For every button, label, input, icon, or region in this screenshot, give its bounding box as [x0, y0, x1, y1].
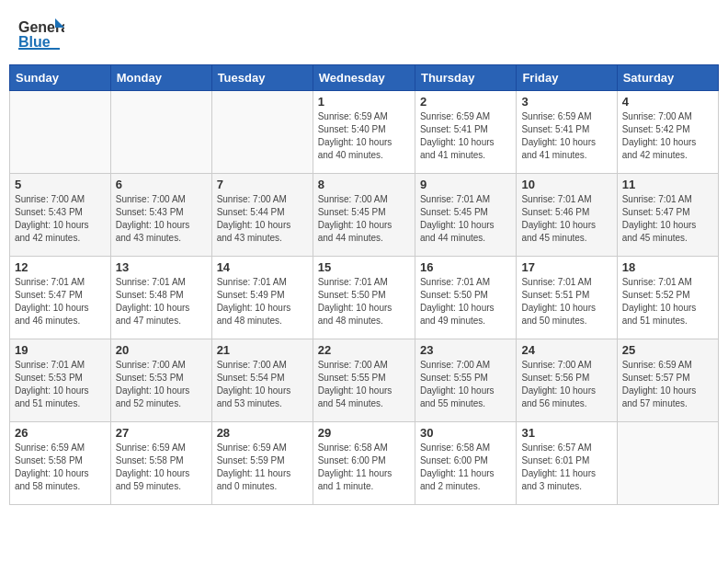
calendar-cell: 20Sunrise: 7:00 AM Sunset: 5:53 PM Dayli… [110, 339, 211, 422]
day-number: 2 [420, 95, 511, 109]
calendar-cell: 19Sunrise: 7:01 AM Sunset: 5:53 PM Dayli… [10, 339, 111, 422]
day-info: Sunrise: 7:01 AM Sunset: 5:46 PM Dayligh… [521, 193, 611, 245]
day-number: 24 [521, 343, 611, 357]
day-info: Sunrise: 6:59 AM Sunset: 5:58 PM Dayligh… [15, 442, 106, 493]
day-number: 5 [15, 178, 106, 191]
calendar-cell: 22Sunrise: 7:00 AM Sunset: 5:55 PM Dayli… [313, 339, 415, 422]
calendar-cell: 23Sunrise: 7:00 AM Sunset: 5:55 PM Dayli… [415, 339, 516, 422]
calendar-cell: 25Sunrise: 6:59 AM Sunset: 5:57 PM Dayli… [617, 339, 718, 422]
day-number: 13 [116, 260, 207, 274]
day-info: Sunrise: 6:59 AM Sunset: 5:57 PM Dayligh… [622, 359, 713, 410]
day-number: 25 [622, 343, 713, 357]
calendar-week-2: 5Sunrise: 7:00 AM Sunset: 5:43 PM Daylig… [10, 174, 719, 257]
column-header-sunday: Sunday [10, 65, 111, 91]
day-info: Sunrise: 7:01 AM Sunset: 5:50 PM Dayligh… [420, 276, 511, 327]
day-info: Sunrise: 6:59 AM Sunset: 5:58 PM Dayligh… [116, 442, 207, 493]
svg-text:Blue: Blue [18, 34, 51, 50]
day-number: 10 [521, 178, 611, 191]
logo: General Blue [18, 14, 64, 51]
day-number: 21 [217, 343, 308, 357]
calendar-cell [10, 91, 111, 174]
day-number: 20 [116, 343, 207, 357]
day-info: Sunrise: 7:01 AM Sunset: 5:51 PM Dayligh… [521, 276, 611, 327]
day-info: Sunrise: 7:01 AM Sunset: 5:50 PM Dayligh… [318, 276, 410, 327]
day-number: 14 [217, 260, 308, 274]
calendar-cell: 2Sunrise: 6:59 AM Sunset: 5:41 PM Daylig… [415, 91, 516, 174]
calendar-cell: 24Sunrise: 7:00 AM Sunset: 5:56 PM Dayli… [517, 339, 617, 422]
calendar-week-5: 26Sunrise: 6:59 AM Sunset: 5:58 PM Dayli… [10, 422, 719, 505]
day-info: Sunrise: 7:00 AM Sunset: 5:54 PM Dayligh… [217, 359, 308, 410]
column-header-thursday: Thursday [415, 65, 516, 91]
day-info: Sunrise: 7:00 AM Sunset: 5:55 PM Dayligh… [420, 359, 511, 410]
calendar-cell [211, 91, 313, 174]
calendar-cell: 27Sunrise: 6:59 AM Sunset: 5:58 PM Dayli… [110, 422, 211, 505]
calendar-week-3: 12Sunrise: 7:01 AM Sunset: 5:47 PM Dayli… [10, 257, 719, 339]
day-number: 26 [15, 426, 106, 440]
calendar-cell: 11Sunrise: 7:01 AM Sunset: 5:47 PM Dayli… [617, 174, 718, 257]
day-info: Sunrise: 7:00 AM Sunset: 5:44 PM Dayligh… [217, 193, 308, 245]
day-number: 30 [420, 426, 511, 440]
day-number: 4 [622, 95, 713, 109]
calendar-cell: 8Sunrise: 7:00 AM Sunset: 5:45 PM Daylig… [313, 174, 415, 257]
calendar-cell: 4Sunrise: 7:00 AM Sunset: 5:42 PM Daylig… [617, 91, 718, 174]
day-info: Sunrise: 6:59 AM Sunset: 5:41 PM Dayligh… [420, 110, 511, 162]
day-info: Sunrise: 7:01 AM Sunset: 5:47 PM Dayligh… [622, 193, 713, 245]
calendar-week-1: 1Sunrise: 6:59 AM Sunset: 5:40 PM Daylig… [10, 91, 719, 174]
day-info: Sunrise: 7:00 AM Sunset: 5:53 PM Dayligh… [116, 359, 207, 410]
logo-icon: General Blue [18, 14, 64, 51]
day-number: 15 [318, 260, 410, 274]
calendar-cell: 12Sunrise: 7:01 AM Sunset: 5:47 PM Dayli… [10, 257, 111, 339]
calendar-cell: 18Sunrise: 7:01 AM Sunset: 5:52 PM Dayli… [617, 257, 718, 339]
day-number: 18 [622, 260, 713, 274]
day-number: 7 [217, 178, 308, 191]
day-info: Sunrise: 7:00 AM Sunset: 5:56 PM Dayligh… [521, 359, 611, 410]
calendar-cell: 29Sunrise: 6:58 AM Sunset: 6:00 PM Dayli… [313, 422, 415, 505]
calendar-cell: 9Sunrise: 7:01 AM Sunset: 5:45 PM Daylig… [415, 174, 516, 257]
day-number: 8 [318, 178, 410, 191]
calendar-cell: 10Sunrise: 7:01 AM Sunset: 5:46 PM Dayli… [517, 174, 617, 257]
day-info: Sunrise: 7:01 AM Sunset: 5:48 PM Dayligh… [116, 276, 207, 327]
column-header-monday: Monday [110, 65, 211, 91]
day-number: 22 [318, 343, 410, 357]
calendar-cell: 7Sunrise: 7:00 AM Sunset: 5:44 PM Daylig… [211, 174, 313, 257]
day-info: Sunrise: 6:59 AM Sunset: 5:41 PM Dayligh… [521, 110, 611, 162]
column-header-friday: Friday [517, 65, 617, 91]
calendar-cell [617, 422, 718, 505]
calendar-cell: 30Sunrise: 6:58 AM Sunset: 6:00 PM Dayli… [415, 422, 516, 505]
day-number: 28 [217, 426, 308, 440]
day-number: 19 [15, 343, 106, 357]
day-info: Sunrise: 7:00 AM Sunset: 5:43 PM Dayligh… [15, 193, 106, 245]
day-info: Sunrise: 6:59 AM Sunset: 5:40 PM Dayligh… [318, 110, 410, 162]
calendar-cell: 16Sunrise: 7:01 AM Sunset: 5:50 PM Dayli… [415, 257, 516, 339]
calendar-cell: 21Sunrise: 7:00 AM Sunset: 5:54 PM Dayli… [211, 339, 313, 422]
calendar-header-row: SundayMondayTuesdayWednesdayThursdayFrid… [10, 65, 719, 91]
calendar-cell: 28Sunrise: 6:59 AM Sunset: 5:59 PM Dayli… [211, 422, 313, 505]
calendar-cell: 14Sunrise: 7:01 AM Sunset: 5:49 PM Dayli… [211, 257, 313, 339]
day-info: Sunrise: 7:01 AM Sunset: 5:47 PM Dayligh… [15, 276, 106, 327]
calendar-cell: 15Sunrise: 7:01 AM Sunset: 5:50 PM Dayli… [313, 257, 415, 339]
calendar-cell: 3Sunrise: 6:59 AM Sunset: 5:41 PM Daylig… [517, 91, 617, 174]
day-number: 6 [116, 178, 207, 191]
calendar-cell: 1Sunrise: 6:59 AM Sunset: 5:40 PM Daylig… [313, 91, 415, 174]
calendar-cell: 17Sunrise: 7:01 AM Sunset: 5:51 PM Dayli… [517, 257, 617, 339]
day-info: Sunrise: 7:01 AM Sunset: 5:45 PM Dayligh… [420, 193, 511, 245]
day-info: Sunrise: 6:57 AM Sunset: 6:01 PM Dayligh… [521, 442, 611, 493]
day-number: 29 [318, 426, 410, 440]
page-header: General Blue [9, 9, 719, 55]
calendar-cell: 26Sunrise: 6:59 AM Sunset: 5:58 PM Dayli… [10, 422, 111, 505]
day-info: Sunrise: 7:00 AM Sunset: 5:43 PM Dayligh… [116, 193, 207, 245]
calendar-cell [110, 91, 211, 174]
day-info: Sunrise: 6:59 AM Sunset: 5:59 PM Dayligh… [217, 442, 308, 493]
day-number: 12 [15, 260, 106, 274]
calendar-week-4: 19Sunrise: 7:01 AM Sunset: 5:53 PM Dayli… [10, 339, 719, 422]
calendar-cell: 13Sunrise: 7:01 AM Sunset: 5:48 PM Dayli… [110, 257, 211, 339]
day-number: 31 [521, 426, 611, 440]
calendar-table: SundayMondayTuesdayWednesdayThursdayFrid… [9, 64, 719, 505]
day-info: Sunrise: 6:58 AM Sunset: 6:00 PM Dayligh… [318, 442, 410, 493]
column-header-saturday: Saturday [617, 65, 718, 91]
day-number: 9 [420, 178, 511, 191]
day-number: 3 [521, 95, 611, 109]
day-info: Sunrise: 7:01 AM Sunset: 5:53 PM Dayligh… [15, 359, 106, 410]
day-number: 27 [116, 426, 207, 440]
day-info: Sunrise: 7:01 AM Sunset: 5:49 PM Dayligh… [217, 276, 308, 327]
